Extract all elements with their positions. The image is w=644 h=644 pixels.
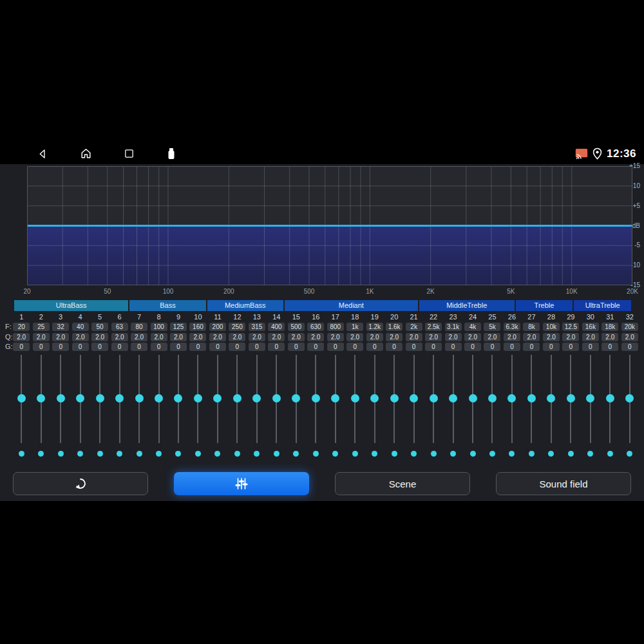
slider-knob[interactable] xyxy=(507,394,516,402)
band-q-chip[interactable]: 2.0 xyxy=(72,333,89,341)
band-gain-chip[interactable]: 0 xyxy=(366,343,383,351)
slider-knob[interactable] xyxy=(194,394,202,402)
band-frequency-chip[interactable]: 100 xyxy=(151,323,167,331)
eq-band-slider[interactable] xyxy=(542,355,561,443)
band-q-chip[interactable]: 2.0 xyxy=(131,333,147,341)
band-dot[interactable] xyxy=(529,451,535,457)
home-button[interactable] xyxy=(79,147,92,160)
slider-knob[interactable] xyxy=(488,394,497,402)
band-gain-chip[interactable]: 0 xyxy=(111,343,128,351)
band-dot[interactable] xyxy=(137,451,142,457)
band-gain-chip[interactable]: 0 xyxy=(52,343,69,351)
band-gain-chip[interactable]: 0 xyxy=(189,343,206,351)
band-dot[interactable] xyxy=(332,451,338,457)
slider-knob[interactable] xyxy=(625,394,634,402)
band-gain-chip[interactable]: 0 xyxy=(288,343,305,351)
back-button[interactable] xyxy=(36,147,49,160)
band-gain-chip[interactable]: 0 xyxy=(170,343,187,351)
eq-band-slider[interactable] xyxy=(365,355,384,443)
band-frequency-chip[interactable]: 800 xyxy=(327,323,344,331)
band-frequency-chip[interactable]: 630 xyxy=(307,323,324,331)
band-gain-chip[interactable]: 0 xyxy=(327,343,344,351)
band-frequency-chip[interactable]: 5k xyxy=(484,323,500,331)
band-frequency-chip[interactable]: 400 xyxy=(268,323,285,331)
band-gain-chip[interactable]: 0 xyxy=(33,343,50,351)
band-frequency-chip[interactable]: 12.5 xyxy=(562,323,579,331)
band-dot[interactable] xyxy=(38,451,44,457)
eq-band-slider[interactable] xyxy=(129,355,149,443)
band-dot[interactable] xyxy=(58,451,64,457)
band-dot[interactable] xyxy=(352,451,358,457)
band-dot[interactable] xyxy=(489,451,495,457)
band-frequency-chip[interactable]: 2k xyxy=(406,323,422,331)
band-frequency-chip[interactable]: 63 xyxy=(111,323,128,331)
slider-knob[interactable] xyxy=(155,394,163,402)
band-q-chip[interactable]: 2.0 xyxy=(229,333,245,341)
slider-knob[interactable] xyxy=(252,394,261,402)
slider-knob[interactable] xyxy=(331,394,339,402)
band-frequency-chip[interactable]: 500 xyxy=(288,323,305,331)
eq-band-slider[interactable] xyxy=(561,355,580,443)
eq-band-slider[interactable] xyxy=(306,355,325,443)
band-q-chip[interactable]: 2.0 xyxy=(386,333,402,341)
slider-knob[interactable] xyxy=(17,394,26,402)
eq-band-slider[interactable] xyxy=(169,355,188,443)
band-dot[interactable] xyxy=(274,451,279,457)
band-dot[interactable] xyxy=(627,451,632,457)
band-frequency-chip[interactable]: 1.6k xyxy=(386,323,402,331)
band-gain-chip[interactable]: 0 xyxy=(464,343,481,351)
band-dot[interactable] xyxy=(548,451,554,457)
slider-knob[interactable] xyxy=(115,394,124,402)
band-frequency-chip[interactable]: 160 xyxy=(189,323,206,331)
eq-band-slider[interactable] xyxy=(424,355,443,443)
band-q-chip[interactable]: 2.0 xyxy=(406,333,422,341)
band-frequency-chip[interactable]: 250 xyxy=(229,323,245,331)
band-q-chip[interactable]: 2.0 xyxy=(91,333,108,341)
band-gain-chip[interactable]: 0 xyxy=(249,343,265,351)
band-q-chip[interactable]: 2.0 xyxy=(170,333,187,341)
band-frequency-chip[interactable]: 16k xyxy=(582,323,599,331)
band-gain-chip[interactable]: 0 xyxy=(13,343,30,351)
band-gain-chip[interactable]: 0 xyxy=(386,343,402,351)
band-dot[interactable] xyxy=(470,451,476,457)
eq-band-slider[interactable] xyxy=(502,355,522,443)
band-gain-chip[interactable]: 0 xyxy=(307,343,324,351)
slider-knob[interactable] xyxy=(135,394,144,402)
slider-knob[interactable] xyxy=(174,394,182,402)
sound-field-button[interactable]: Sound field xyxy=(496,472,631,495)
band-q-chip[interactable]: 2.0 xyxy=(209,333,226,341)
slider-knob[interactable] xyxy=(527,394,536,402)
band-dot[interactable] xyxy=(293,451,299,457)
eq-band-slider[interactable] xyxy=(267,355,286,443)
eq-band-slider[interactable] xyxy=(482,355,502,443)
eq-band-slider[interactable] xyxy=(326,355,345,443)
slider-knob[interactable] xyxy=(233,394,242,402)
slider-knob[interactable] xyxy=(37,394,45,402)
slider-knob[interactable] xyxy=(586,394,594,402)
band-frequency-chip[interactable]: 125 xyxy=(170,323,187,331)
slider-knob[interactable] xyxy=(292,394,300,402)
equalizer-button[interactable] xyxy=(174,472,309,495)
slider-knob[interactable] xyxy=(213,394,222,402)
band-dot[interactable] xyxy=(568,451,574,457)
eq-band-slider[interactable] xyxy=(600,355,620,443)
band-gain-chip[interactable]: 0 xyxy=(131,343,147,351)
band-gain-chip[interactable]: 0 xyxy=(72,343,89,351)
band-q-chip[interactable]: 2.0 xyxy=(445,333,462,341)
band-dot[interactable] xyxy=(175,451,181,457)
eq-band-slider[interactable] xyxy=(90,355,109,443)
slider-knob[interactable] xyxy=(469,394,477,402)
eq-band-slider[interactable] xyxy=(345,355,365,443)
band-dot[interactable] xyxy=(587,451,593,457)
band-gain-chip[interactable]: 0 xyxy=(209,343,226,351)
slider-knob[interactable] xyxy=(449,394,457,402)
band-gain-chip[interactable]: 0 xyxy=(504,343,520,351)
band-q-chip[interactable]: 2.0 xyxy=(111,333,128,341)
eq-band-slider[interactable] xyxy=(384,355,404,443)
eq-band-slider[interactable] xyxy=(109,355,129,443)
band-q-chip[interactable]: 2.0 xyxy=(562,333,579,341)
eq-band-slider[interactable] xyxy=(522,355,541,443)
band-q-chip[interactable]: 2.0 xyxy=(601,333,618,341)
band-dot[interactable] xyxy=(607,451,613,457)
band-frequency-chip[interactable]: 1.2k xyxy=(366,323,383,331)
